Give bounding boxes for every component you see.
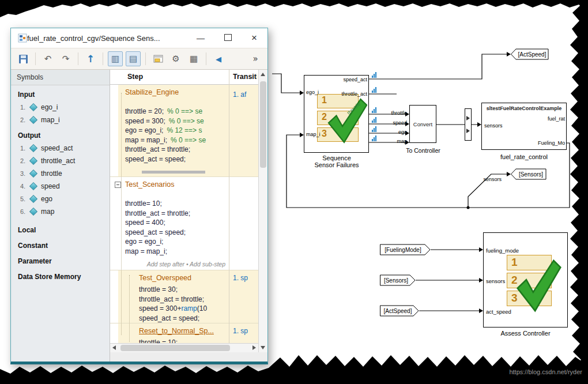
- row-gutter: [110, 177, 118, 270]
- symbols-section-local[interactable]: Local: [11, 218, 110, 236]
- scroll-up-arrow-icon[interactable]: [261, 73, 265, 76]
- step-table: Step Transition Stabilize_Engine throttl…: [110, 70, 267, 362]
- symbols-section-output[interactable]: Output: [11, 126, 110, 142]
- step-cell[interactable]: Test_Scenarios throttle= 10; throttle_ac…: [118, 177, 229, 270]
- symbol-index: 6.: [20, 208, 29, 215]
- scroll-down-arrow-icon[interactable]: [261, 346, 265, 349]
- sequence-sensor-failures-block[interactable]: ego_i map_i speed_act throttle_act 1 2 3…: [304, 75, 369, 153]
- vertical-scrollbar[interactable]: [258, 70, 267, 352]
- symbols-section-input[interactable]: Input: [11, 85, 110, 101]
- step-back-button[interactable]: ◀: [211, 51, 226, 66]
- step-name[interactable]: Test_Overspeed: [139, 274, 227, 282]
- symbols-section-parameter[interactable]: Parameter: [11, 252, 110, 268]
- redo-button[interactable]: ↷: [58, 51, 73, 66]
- fuel-rate-control-block[interactable]: sltestFuelRateControlExample fuel_rat se…: [481, 103, 567, 150]
- row-resize-handle[interactable]: [142, 171, 205, 174]
- symbol-item-speed[interactable]: 4. speed: [11, 180, 110, 193]
- minimize-button[interactable]: —: [197, 34, 205, 42]
- window-bottom-strip: [110, 352, 267, 362]
- svg-text:[FuelingMode]: [FuelingMode]: [385, 247, 421, 253]
- tag-sensors-top[interactable]: [Sensors]: [511, 168, 546, 180]
- convert-block-text: Convert: [413, 121, 432, 127]
- symbol-name: ego: [41, 195, 52, 203]
- port-label-sensors-in: sensors: [484, 123, 503, 129]
- show-steps-toggle[interactable]: ▥: [108, 51, 123, 66]
- step-row-test-scenarios[interactable]: Test_Scenarios throttle= 10; throttle_ac…: [110, 177, 258, 270]
- step-row-test-overspeed[interactable]: Test_Overspeed throttle = 30; throttle_a…: [110, 270, 258, 323]
- settings-button[interactable]: ⚙: [168, 51, 183, 66]
- undo-button[interactable]: ↶: [40, 51, 55, 66]
- add-step-hint[interactable]: Add step after • Add sub-step: [147, 261, 225, 268]
- transition-cell[interactable]: 1. sp: [229, 270, 258, 323]
- tag-sensors-bottom[interactable]: [Sensors]: [380, 274, 416, 286]
- symbols-section-data-store-memory[interactable]: Data Store Memory: [11, 268, 110, 283]
- step-cell[interactable]: Test_Overspeed throttle = 30; throttle_a…: [118, 270, 229, 323]
- transition-cell[interactable]: 1. sp: [229, 323, 258, 343]
- row-gutter: [110, 85, 118, 176]
- scroll-right-arrow-icon[interactable]: [252, 345, 256, 350]
- show-list-toggle[interactable]: ▤: [126, 51, 141, 66]
- wireless-signal-icon: [372, 107, 376, 113]
- save-icon: [18, 54, 28, 64]
- step-column-header: Step: [127, 73, 143, 81]
- convert-block[interactable]: Convert: [409, 105, 436, 143]
- horizontal-scrollbar[interactable]: [110, 343, 258, 352]
- port-label-fueling-mode: fueling_mode: [486, 247, 519, 254]
- step-cell[interactable]: Stabilize_Engine throttle = 20;% 0 ==> s…: [118, 85, 229, 176]
- signal-label-speed: speed: [387, 120, 407, 126]
- code-line: ego = ego_i;% 12 ==> s: [125, 126, 227, 135]
- port-label-fuel-rate: fuel_rat: [548, 116, 565, 122]
- step-cell[interactable]: Reset_to_Normal_Sp... throttle = 10;: [118, 323, 229, 343]
- symbols-section-constant[interactable]: Constant: [11, 236, 110, 252]
- transition-cell[interactable]: 1. af: [229, 85, 258, 176]
- symbols-sidebar: Symbols Input 1. ego_i 2. map_i Output 1…: [11, 70, 110, 362]
- assess-controller-block[interactable]: fueling_mode sensors act_speed 1 2 3: [483, 232, 568, 327]
- symbol-item-ego[interactable]: 5. ego: [11, 193, 110, 205]
- port-label-sensors: sensors: [486, 278, 505, 284]
- transition-label[interactable]: 1. sp: [233, 274, 248, 282]
- save-button[interactable]: [16, 51, 31, 66]
- signal-label-throttle: throttle: [383, 110, 407, 116]
- tag-fuelingmode[interactable]: [FuelingMode]: [380, 244, 431, 255]
- go-up-button[interactable]: ↑: [83, 51, 98, 66]
- close-button[interactable]: ×: [251, 34, 257, 42]
- signal-spec-block[interactable]: [465, 108, 472, 141]
- symbol-item-speed-act[interactable]: 1. speed_act: [11, 142, 110, 155]
- symbol-item-map[interactable]: 6. map: [11, 205, 110, 218]
- horizontal-scroll-thumb[interactable]: [120, 345, 230, 351]
- scroll-left-arrow-icon[interactable]: [112, 345, 116, 350]
- transition-label[interactable]: 1. sp: [233, 327, 248, 335]
- maximize-button[interactable]: [224, 34, 232, 42]
- symbol-item-throttle[interactable]: 3. throttle: [11, 167, 110, 180]
- symbol-item-throttle-act[interactable]: 2. throttle_act: [11, 155, 110, 167]
- window-titlebar[interactable]: fuel_rate_control_cgv/Sequence Sens... —…: [11, 28, 267, 48]
- tag-actspeed-bottom[interactable]: [ActSpeed]: [380, 305, 419, 317]
- data-symbol-icon: [29, 103, 37, 111]
- step-name[interactable]: Reset_to_Normal_Sp...: [139, 327, 227, 335]
- transition-cell[interactable]: [229, 177, 258, 270]
- table-view-button[interactable]: ▦: [186, 51, 201, 66]
- data-symbol-icon: [29, 144, 37, 152]
- symbol-item-map-i[interactable]: 2. map_i: [11, 114, 110, 126]
- scenario-button[interactable]: [150, 51, 165, 66]
- toolbar-overflow-button[interactable]: »: [248, 51, 263, 66]
- assess-controller-label: Assess Controller: [483, 330, 568, 337]
- tag-actspeed-top[interactable]: [ActSpeed]: [511, 48, 549, 60]
- transition-label[interactable]: 1. af: [233, 91, 246, 99]
- step-name[interactable]: Test_Scenarios: [125, 180, 227, 189]
- wire-ego-in: [272, 74, 300, 93]
- port-label-fueling-mode-out: Fueling_Mo: [538, 140, 565, 146]
- step-name[interactable]: Stabilize_Engine: [125, 88, 227, 96]
- collapse-toggle-icon[interactable]: [115, 182, 121, 188]
- toolbar-separator: [103, 52, 103, 65]
- step-row-reset-to-normal[interactable]: Reset_to_Normal_Sp... throttle = 10; 1. …: [110, 323, 258, 343]
- symbol-name: throttle: [41, 170, 62, 178]
- model-icon: [18, 33, 27, 43]
- code-comment: % 0 ==> se: [167, 107, 202, 115]
- step-row-stabilize-engine[interactable]: Stabilize_Engine throttle = 20;% 0 ==> s…: [110, 85, 258, 177]
- symbol-index: 4.: [20, 183, 29, 190]
- wireless-signal-icon: [372, 135, 376, 141]
- symbol-item-ego-i[interactable]: 1. ego_i: [11, 101, 110, 114]
- fuel-rate-control-label: fuel_rate_control: [481, 153, 567, 160]
- vertical-scroll-thumb[interactable]: [260, 81, 266, 168]
